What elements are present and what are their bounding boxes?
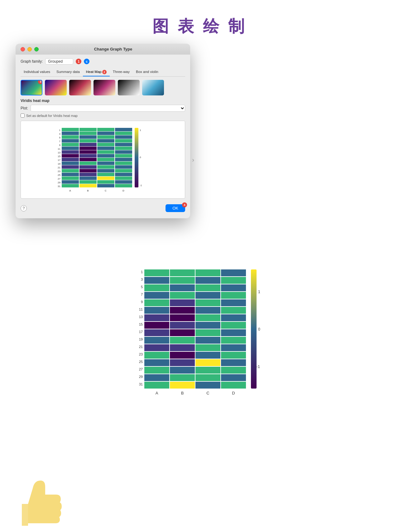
svg-rect-117 — [144, 367, 169, 374]
dialog-footer: ? OK 4 — [16, 202, 190, 213]
svg-rect-46 — [79, 180, 97, 184]
svg-rect-128 — [170, 329, 195, 336]
svg-rect-114 — [144, 344, 169, 351]
svg-rect-159 — [221, 322, 246, 329]
svg-text:1: 1 — [140, 129, 141, 132]
section-label: Viridis heat map — [21, 99, 185, 103]
svg-text:D: D — [232, 391, 235, 395]
svg-text:11: 11 — [58, 148, 60, 150]
svg-text:5: 5 — [59, 136, 61, 139]
svg-rect-53 — [97, 147, 114, 150]
svg-rect-20 — [62, 143, 79, 146]
thumb-inferno[interactable] — [69, 80, 91, 95]
svg-rect-62 — [97, 180, 114, 184]
svg-rect-36 — [79, 143, 97, 146]
svg-rect-45 — [79, 177, 97, 180]
svg-rect-163 — [221, 352, 246, 359]
svg-text:B: B — [181, 391, 184, 395]
thumb-gray[interactable] — [118, 80, 140, 95]
svg-text:A: A — [156, 391, 158, 395]
svg-rect-74 — [115, 165, 132, 169]
tab-three-way[interactable]: Three-way — [110, 68, 133, 76]
svg-text:7: 7 — [59, 140, 61, 143]
svg-rect-123 — [170, 292, 195, 299]
svg-text:29: 29 — [58, 181, 60, 184]
svg-rect-29 — [62, 177, 79, 180]
thumb-blue[interactable] — [142, 80, 164, 95]
svg-rect-141 — [195, 307, 220, 314]
maximize-button[interactable] — [34, 47, 39, 51]
svg-rect-19 — [62, 139, 79, 143]
svg-rect-149 — [195, 367, 220, 374]
svg-rect-52 — [97, 143, 114, 146]
svg-rect-51 — [97, 139, 114, 143]
svg-rect-104 — [144, 269, 169, 276]
svg-text:17: 17 — [139, 330, 143, 334]
plot-label: Plot: — [21, 106, 28, 110]
heat-map-badge: 2 — [102, 70, 107, 74]
svg-rect-116 — [144, 359, 169, 366]
svg-rect-107 — [144, 292, 169, 299]
svg-text:19: 19 — [58, 162, 60, 165]
svg-rect-65 — [115, 132, 132, 135]
svg-rect-34 — [79, 135, 97, 139]
svg-rect-148 — [195, 359, 220, 366]
svg-text:11: 11 — [139, 307, 143, 311]
tab-individual-values[interactable]: Individual values — [21, 68, 53, 76]
svg-rect-140 — [195, 299, 220, 306]
svg-rect-26 — [62, 165, 79, 169]
svg-rect-22 — [62, 150, 79, 154]
svg-rect-136 — [195, 269, 220, 276]
graph-family-select[interactable]: Grouped — [45, 58, 73, 65]
ok-button[interactable]: OK 4 — [166, 204, 185, 212]
svg-rect-121 — [170, 277, 195, 284]
svg-rect-37 — [79, 147, 97, 150]
default-checkbox-row: Set as default for Viridis heat map — [21, 114, 185, 118]
svg-rect-64 — [115, 128, 132, 131]
thumb-magma[interactable] — [94, 80, 115, 95]
svg-rect-77 — [115, 177, 132, 180]
svg-rect-60 — [97, 173, 114, 176]
svg-text:-1: -1 — [140, 184, 142, 187]
svg-rect-151 — [195, 382, 220, 389]
svg-rect-124 — [170, 299, 195, 306]
small-heatmap-chart: 1 3 5 7 9 11 13 15 17 19 21 23 25 27 29 … — [24, 124, 182, 195]
svg-rect-30 — [62, 180, 79, 184]
next-arrow[interactable]: › — [192, 156, 194, 163]
svg-text:31: 31 — [139, 382, 143, 386]
svg-rect-72 — [115, 158, 132, 161]
svg-rect-157 — [221, 307, 246, 314]
ok-badge: 4 — [182, 202, 187, 207]
svg-rect-156 — [221, 299, 246, 306]
dialog-body: Graph family: Grouped 1 c Individual val… — [16, 55, 190, 199]
minimize-button[interactable] — [27, 47, 32, 51]
default-checkbox-label: Set as default for Viridis heat map — [26, 114, 78, 118]
tab-heat-map[interactable]: Heat Map2 — [83, 68, 110, 76]
svg-rect-55 — [97, 154, 114, 157]
svg-rect-166 — [221, 374, 246, 381]
badge-1: 1 — [76, 59, 81, 64]
svg-rect-165 — [221, 367, 246, 374]
default-checkbox[interactable] — [21, 114, 25, 118]
svg-text:15: 15 — [139, 322, 143, 326]
help-button[interactable]: ? — [21, 205, 27, 211]
svg-text:29: 29 — [139, 375, 143, 379]
plot-select[interactable] — [31, 105, 185, 112]
svg-text:23: 23 — [58, 170, 60, 173]
svg-text:C: C — [105, 189, 107, 192]
svg-rect-131 — [170, 352, 195, 359]
thumb-plasma[interactable] — [45, 80, 67, 95]
svg-rect-167 — [221, 382, 246, 389]
svg-rect-40 — [79, 158, 97, 161]
close-button[interactable] — [21, 47, 25, 51]
plot-row: Plot: — [21, 105, 185, 112]
svg-rect-145 — [195, 337, 220, 344]
svg-rect-109 — [144, 307, 169, 314]
svg-rect-115 — [144, 352, 169, 359]
tab-summary-data[interactable]: Summary data — [53, 68, 83, 76]
svg-text:3: 3 — [141, 278, 143, 281]
thumb-viridis[interactable]: 3 — [21, 80, 42, 95]
tab-box-violin[interactable]: Box and violin — [133, 68, 161, 76]
svg-text:9: 9 — [141, 300, 143, 304]
svg-rect-164 — [221, 359, 246, 366]
